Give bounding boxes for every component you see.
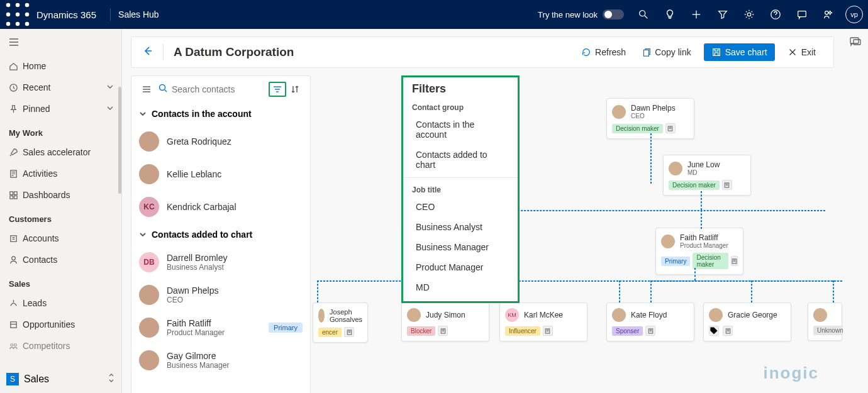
nav-pinned[interactable]: Pinned [0,98,121,119]
site-map: Home Recent Pinned My Work Sales acceler… [0,29,122,393]
svg-rect-22 [10,191,13,194]
panel-menu-icon[interactable] [138,84,155,94]
svg-point-3 [6,13,11,16]
brand-label[interactable]: Dynamics 365 [30,9,103,20]
contact-row[interactable]: Faith RatliffProduct ManagerPrimary [131,311,310,344]
svg-rect-71 [854,40,860,45]
record-title: A Datum Corporation [174,45,294,59]
svg-point-13 [747,13,750,16]
assistant-icon[interactable] [815,0,842,29]
right-rail [843,29,868,393]
toggle-new-look[interactable] [603,9,624,19]
chart-node-kate[interactable]: Kate Floyd Sponser [606,302,694,341]
try-new-look[interactable]: Try the new look [538,9,624,19]
search-contacts[interactable] [158,83,269,96]
svg-line-10 [645,16,648,19]
nav-recent[interactable]: Recent [0,77,121,98]
filter-item[interactable]: Product Manager [403,257,518,277]
note-icon[interactable] [722,180,732,190]
svg-rect-24 [10,196,13,199]
chart-node-unknown[interactable]: Unknown [808,302,842,341]
teams-chat-icon[interactable] [849,35,862,48]
nav-accounts[interactable]: Accounts [0,228,121,249]
main-content: A Datum Corporation Refresh Copy link Sa… [122,29,843,393]
nav-contacts[interactable]: Contacts [0,249,121,270]
contact-row[interactable]: Greta Rodriquez [131,125,310,158]
top-bar: Dynamics 365 Sales Hub Try the new look … [0,0,868,29]
contacts-panel: Contacts in the account Greta Rodriquez … [131,75,311,393]
note-icon[interactable] [723,326,733,336]
search-icon [158,83,168,96]
svg-point-27 [12,256,16,260]
chart-node-judy[interactable]: Judy Simon Blocker [401,302,489,341]
save-chart-button[interactable]: Save chart [704,43,775,61]
contact-row[interactable]: DBDarrell BromleyBusiness Analyst [131,246,310,279]
plus-icon[interactable] [683,0,709,29]
filter-item[interactable]: Contacts added to chart [403,145,518,175]
hamburger-icon[interactable] [0,29,121,55]
contact-row[interactable]: Gay GilmoreBusiness Manager [131,344,310,377]
nav-sales-accelerator[interactable]: Sales accelerator [0,141,121,163]
filter-section: Contact group [403,98,518,114]
svg-point-29 [11,343,13,346]
filter-item[interactable]: Business Analyst [403,217,518,237]
svg-rect-26 [11,235,16,241]
app-launcher-icon[interactable] [5,2,30,27]
svg-point-30 [14,343,16,346]
filter-item[interactable]: MD [403,277,518,297]
contact-row[interactable]: Kellie Leblanc [131,158,310,191]
copy-link-button[interactable]: Copy link [633,43,699,61]
svg-point-38 [160,85,165,91]
tag-icon[interactable] [709,326,719,336]
note-icon[interactable] [438,326,448,336]
filter-item[interactable]: Business Manager [403,237,518,257]
user-avatar[interactable]: vp [845,6,863,23]
svg-rect-32 [713,49,720,56]
contact-row[interactable]: Dawn PhelpsCEO [131,279,310,311]
gear-icon[interactable] [736,0,762,29]
note-icon[interactable] [543,326,553,336]
svg-rect-70 [850,38,859,43]
app-name[interactable]: Sales Hub [118,9,159,19]
note-icon[interactable] [645,326,655,336]
nav-leads[interactable]: Leads [0,292,121,314]
filter-button[interactable] [269,82,286,97]
nav-competitors[interactable]: Competitors [0,335,121,357]
group-chart-contacts[interactable]: Contacts added to chart [131,223,310,246]
svg-point-7 [16,22,19,26]
exit-button[interactable]: Exit [780,43,823,61]
chat-icon[interactable] [789,0,815,29]
svg-line-39 [165,90,167,92]
nav-dashboards[interactable]: Dashboards [0,184,121,206]
note-icon[interactable] [731,256,738,266]
chart-node-june[interactable]: June LowMD Decision maker [663,155,751,196]
svg-point-2 [25,3,30,8]
chart-node-joseph[interactable]: Joseph Gonsalves encer [313,302,368,343]
help-icon[interactable] [762,0,789,29]
svg-rect-25 [14,196,17,199]
search-input[interactable] [172,84,247,94]
lightbulb-icon[interactable] [657,0,683,29]
record-command-bar: A Datum Corporation Refresh Copy link Sa… [131,36,834,68]
note-icon[interactable] [665,123,676,133]
svg-rect-31 [644,50,649,56]
nav-opportunities[interactable]: Opportunities [0,314,121,335]
filter-icon[interactable] [709,0,736,29]
filters-popup: Filters Contact group Contacts in the ac… [401,75,520,303]
back-button[interactable] [142,45,153,59]
nav-home[interactable]: Home [0,55,121,77]
refresh-button[interactable]: Refresh [574,43,633,61]
chart-node-karl[interactable]: KMKarl McKee Influencer [499,302,587,341]
nav-activities[interactable]: Activities [0,163,121,184]
filter-item[interactable]: CEO [403,197,518,217]
area-selector[interactable]: S Sales [6,369,115,389]
sort-button[interactable] [286,84,304,94]
chart-node-faith[interactable]: Faith RatliffProduct Manager PrimaryDeci… [655,228,743,275]
svg-point-1 [16,3,19,8]
chart-node-gracie[interactable]: Gracie George [703,302,791,341]
filter-item[interactable]: Contacts in the account [403,114,518,145]
search-icon[interactable] [630,0,657,29]
group-account-contacts[interactable]: Contacts in the account [131,102,310,125]
note-icon[interactable] [344,327,354,337]
contact-row[interactable]: KCKendrick Carbajal [131,191,310,223]
